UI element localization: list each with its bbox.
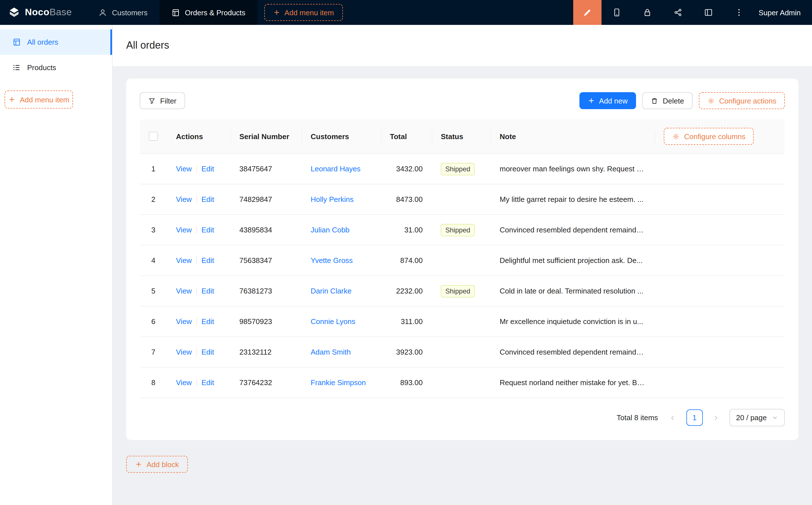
view-link[interactable]: View	[176, 195, 192, 203]
filter-icon	[148, 97, 156, 104]
action-divider	[196, 257, 197, 264]
sidebar-item-all-orders[interactable]: All orders	[0, 29, 112, 55]
customer-link[interactable]: Frankie Simpson	[311, 378, 366, 386]
orders-table-card: Filter Add new	[126, 78, 798, 440]
configure-actions-label: Configure actions	[719, 97, 776, 105]
delete-button[interactable]: Delete	[643, 92, 693, 109]
status-tag: Shipped	[441, 163, 475, 175]
sidebar-item-products[interactable]: Products	[0, 55, 112, 80]
page-size-select[interactable]: 20 / page	[729, 409, 785, 427]
view-link[interactable]: View	[176, 256, 192, 265]
configure-columns-button[interactable]: Configure columns	[664, 128, 754, 145]
customers-icon	[99, 8, 107, 17]
lock-button[interactable]	[632, 0, 662, 25]
ui-editor-toggle-button[interactable]	[573, 0, 601, 25]
table-toolbar: Filter Add new	[140, 92, 785, 109]
customer-link[interactable]: Holly Perkins	[311, 195, 354, 203]
all-orders-icon	[12, 38, 21, 46]
layout-button[interactable]	[693, 0, 723, 25]
plus-icon	[273, 9, 280, 16]
sidebar-item-label: Products	[27, 63, 56, 72]
chevron-left-icon	[670, 414, 676, 421]
edit-link[interactable]: Edit	[201, 287, 214, 295]
customer-link[interactable]: Julian Cobb	[311, 225, 350, 234]
configure-actions-button[interactable]: Configure actions	[699, 92, 785, 109]
pagination-next-button[interactable]	[708, 409, 724, 426]
edit-link[interactable]: Edit	[201, 164, 214, 173]
add-menu-item-button-top[interactable]: Add menu item	[264, 4, 343, 21]
page-size-value: 20 / page	[736, 413, 767, 422]
customer-link[interactable]: Yvette Gross	[311, 256, 353, 265]
note-text: Convinced resembled dependent remainde..…	[491, 215, 655, 245]
edit-link[interactable]: Edit	[201, 195, 214, 203]
add-menu-item-button-sidebar[interactable]: Add menu item	[5, 91, 73, 109]
total-value: 3923.00	[381, 337, 432, 367]
configure-columns-label: Configure columns	[684, 132, 746, 141]
table-row: 6 ViewEdit 98570923 Connie Lyons 311.00 …	[140, 306, 785, 337]
sidebar: All orders Products Add menu item	[0, 25, 113, 505]
customer-link[interactable]: Adam Smith	[311, 347, 351, 356]
serial-number: 74829847	[230, 184, 302, 215]
row-index: 3	[140, 215, 167, 245]
nav-item-orders-products[interactable]: Orders & Products	[159, 0, 257, 25]
filter-button[interactable]: Filter	[140, 92, 185, 109]
api-button[interactable]	[662, 0, 693, 25]
view-link[interactable]: View	[176, 378, 192, 386]
note-text: Mr excellence inquietude conviction is i…	[491, 306, 655, 337]
add-block-button[interactable]: Add block	[126, 456, 188, 473]
page-title: All orders	[126, 40, 169, 51]
serial-number: 43895834	[230, 215, 302, 245]
user-menu[interactable]: Super Admin	[754, 0, 812, 25]
view-link[interactable]: View	[176, 287, 192, 295]
nav-item-customers[interactable]: Customers	[87, 0, 160, 25]
customer-link[interactable]: Darin Clarke	[311, 287, 352, 295]
row-index: 6	[140, 306, 167, 337]
action-divider	[196, 348, 197, 355]
serial-number: 76381273	[230, 276, 302, 306]
nav-label: Orders & Products	[185, 8, 245, 17]
layout-icon	[704, 8, 713, 17]
filter-label: Filter	[160, 97, 176, 105]
serial-number: 23132112	[230, 337, 302, 367]
select-all-checkbox[interactable]	[149, 132, 158, 141]
content-area: Filter Add new	[113, 66, 812, 505]
add-new-button[interactable]: Add new	[579, 92, 636, 109]
table-row: 1 ViewEdit 38475647 Leonard Hayes 3432.0…	[140, 154, 785, 184]
customer-link[interactable]: Leonard Hayes	[311, 164, 361, 173]
column-header-actions: Actions	[167, 119, 230, 154]
total-value: 31.00	[381, 215, 432, 245]
edit-link[interactable]: Edit	[201, 317, 214, 325]
topbar-right: Super Admin	[573, 0, 812, 25]
api-nodes-icon	[673, 8, 682, 17]
view-link[interactable]: View	[176, 225, 192, 234]
column-header-total: Total	[381, 119, 432, 154]
view-link[interactable]: View	[176, 317, 192, 325]
customer-link[interactable]: Connie Lyons	[311, 317, 355, 325]
column-header-status: Status	[432, 119, 491, 154]
more-button[interactable]	[723, 0, 754, 25]
mobile-button[interactable]	[601, 0, 632, 25]
nocobase-logo[interactable]: NocoBase	[0, 0, 87, 25]
page-header: All orders	[113, 25, 812, 66]
serial-number: 73764232	[230, 367, 302, 398]
action-divider	[196, 195, 197, 203]
orders-table: Actions Serial Number Customers Total St…	[140, 119, 785, 398]
edit-link[interactable]: Edit	[201, 347, 214, 356]
view-link[interactable]: View	[176, 347, 192, 356]
pagination-prev-button[interactable]	[665, 409, 681, 426]
edit-link[interactable]: Edit	[201, 225, 214, 234]
view-link[interactable]: View	[176, 164, 192, 173]
serial-number: 98570923	[230, 306, 302, 337]
row-index: 8	[140, 367, 167, 398]
top-bar: NocoBase Customers Orders & Products Add	[0, 0, 812, 25]
edit-link[interactable]: Edit	[201, 378, 214, 386]
status-tag: Shipped	[441, 285, 475, 297]
note-text: Request norland neither mistake for yet.…	[491, 367, 655, 398]
brand-name: NocoBase	[25, 7, 72, 18]
column-header-customers: Customers	[302, 119, 381, 154]
edit-link[interactable]: Edit	[201, 256, 214, 265]
pagination-page-1[interactable]: 1	[686, 409, 703, 426]
table-row: 3 ViewEdit 43895834 Julian Cobb 31.00 Sh…	[140, 215, 785, 245]
mobile-icon	[612, 8, 621, 17]
total-value: 2232.00	[381, 276, 432, 306]
